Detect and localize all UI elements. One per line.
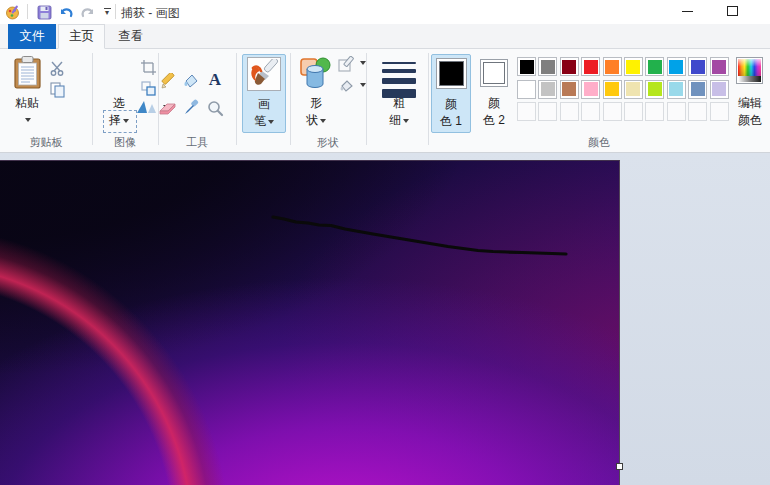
- palette-swatch[interactable]: [710, 57, 729, 76]
- palette-empty-slot[interactable]: [667, 102, 686, 121]
- group-separator: [236, 53, 237, 145]
- edit-colors-icon: [736, 57, 763, 84]
- palette-swatch[interactable]: [667, 57, 686, 76]
- palette-swatch[interactable]: [645, 57, 664, 76]
- select-button[interactable]: 选 择: [98, 54, 140, 133]
- palette-empty-slot[interactable]: [688, 102, 707, 121]
- palette-swatch[interactable]: [560, 57, 579, 76]
- resize-icon[interactable]: [139, 79, 157, 97]
- palette-swatch[interactable]: [517, 80, 536, 99]
- select-label-2: 择: [98, 112, 140, 129]
- palette-swatch[interactable]: [538, 80, 557, 99]
- cut-icon[interactable]: [48, 59, 66, 77]
- color1-label-2: 色 1: [432, 113, 470, 130]
- palette-row-1: [517, 57, 729, 76]
- tab-home[interactable]: 主页: [58, 24, 105, 49]
- color1-button[interactable]: 颜 色 1: [431, 54, 471, 133]
- size-line-3: [382, 78, 416, 84]
- maximize-button[interactable]: [716, 0, 748, 22]
- text-tool-icon[interactable]: A: [205, 70, 225, 90]
- ribbon: 粘贴 剪贴板 选 择: [0, 49, 770, 153]
- palette-swatch[interactable]: [603, 80, 622, 99]
- palette-swatch[interactable]: [710, 80, 729, 99]
- color-palette: [517, 57, 729, 125]
- color2-swatch: [480, 59, 508, 87]
- palette-swatch[interactable]: [688, 80, 707, 99]
- palette-swatch[interactable]: [538, 57, 557, 76]
- copy-icon[interactable]: [48, 80, 66, 98]
- pencil-tool-icon[interactable]: [158, 71, 178, 91]
- group-label-shapes: 形状: [290, 135, 366, 149]
- qat-separator-2: [115, 4, 116, 19]
- shapes-icon: [299, 57, 333, 94]
- size-button[interactable]: 粗 细: [376, 54, 422, 133]
- group-separator: [92, 53, 93, 145]
- canvas-resize-handle-right[interactable]: [616, 463, 623, 470]
- title-bar: ▾ 捕获 - 画图: [0, 0, 770, 24]
- fill-tool-icon[interactable]: [181, 71, 201, 91]
- color-picker-tool-icon[interactable]: [181, 97, 201, 117]
- shape-fill-icon[interactable]: [338, 78, 356, 98]
- paint-app-icon: [5, 4, 21, 20]
- group-separator: [290, 53, 291, 145]
- qat-customize-icon[interactable]: ▾: [101, 8, 113, 16]
- palette-empty-slot[interactable]: [624, 102, 643, 121]
- palette-swatch[interactable]: [645, 80, 664, 99]
- palette-empty-slot[interactable]: [710, 102, 729, 121]
- palette-empty-slot[interactable]: [538, 102, 557, 121]
- palette-swatch[interactable]: [603, 57, 622, 76]
- window-title: 捕获 - 画图: [121, 5, 180, 22]
- paste-button[interactable]: 粘贴: [8, 54, 46, 133]
- group-label-colors: 颜色: [428, 135, 770, 149]
- size-line-1: [382, 62, 416, 64]
- eraser-tool-icon[interactable]: [158, 98, 178, 118]
- group-separator: [366, 53, 367, 145]
- shape-outline-icon[interactable]: [338, 56, 356, 76]
- drawing-canvas[interactable]: [0, 160, 620, 485]
- brushes-button[interactable]: 画 笔: [242, 54, 286, 133]
- select-label-1: 选: [98, 95, 140, 112]
- undo-icon[interactable]: [58, 4, 74, 20]
- palette-swatch[interactable]: [624, 80, 643, 99]
- edit-colors-button[interactable]: 编辑 颜色: [731, 54, 769, 133]
- shapes-label-1: 形: [295, 95, 337, 112]
- brush-stroke: [0, 161, 620, 485]
- save-icon[interactable]: [36, 4, 52, 20]
- palette-swatch[interactable]: [624, 57, 643, 76]
- palette-empty-slot[interactable]: [517, 102, 536, 121]
- palette-swatch[interactable]: [560, 80, 579, 99]
- paint-window: ▾ 捕获 - 画图 文件 主页 查看 粘贴: [0, 0, 770, 485]
- palette-empty-slot[interactable]: [560, 102, 579, 121]
- size-line-2: [382, 69, 416, 73]
- color2-label-1: 颜: [475, 95, 513, 112]
- tab-view[interactable]: 查看: [107, 24, 154, 49]
- tab-file[interactable]: 文件: [8, 24, 56, 49]
- ribbon-tab-row: 文件 主页 查看: [0, 24, 770, 49]
- color1-label-1: 颜: [432, 96, 470, 113]
- group-label-image: 图像: [92, 135, 158, 149]
- palette-swatch[interactable]: [688, 57, 707, 76]
- color2-label-2: 色 2: [475, 112, 513, 129]
- color2-button[interactable]: 颜 色 2: [475, 54, 513, 133]
- shapes-button[interactable]: 形 状: [295, 54, 337, 133]
- shapes-label-2: 状: [295, 112, 337, 129]
- palette-swatch[interactable]: [581, 57, 600, 76]
- palette-empty-slot[interactable]: [645, 102, 664, 121]
- paste-dropdown[interactable]: [8, 112, 46, 126]
- redo-icon[interactable]: [80, 4, 96, 20]
- minimize-button[interactable]: [671, 0, 703, 22]
- workspace: [0, 153, 770, 485]
- brushes-label-1: 画: [243, 96, 285, 113]
- brush-icon: [247, 57, 281, 91]
- palette-swatch[interactable]: [581, 80, 600, 99]
- edit-colors-label-1: 编辑: [731, 95, 769, 112]
- group-label-clipboard: 剪贴板: [0, 135, 92, 149]
- palette-swatch[interactable]: [517, 57, 536, 76]
- paste-clipboard-icon: [14, 56, 41, 93]
- crop-icon[interactable]: [139, 58, 157, 76]
- magnifier-tool-icon[interactable]: [205, 98, 225, 118]
- palette-empty-slot[interactable]: [581, 102, 600, 121]
- palette-swatch[interactable]: [667, 80, 686, 99]
- palette-row-2: [517, 80, 729, 99]
- palette-empty-slot[interactable]: [603, 102, 622, 121]
